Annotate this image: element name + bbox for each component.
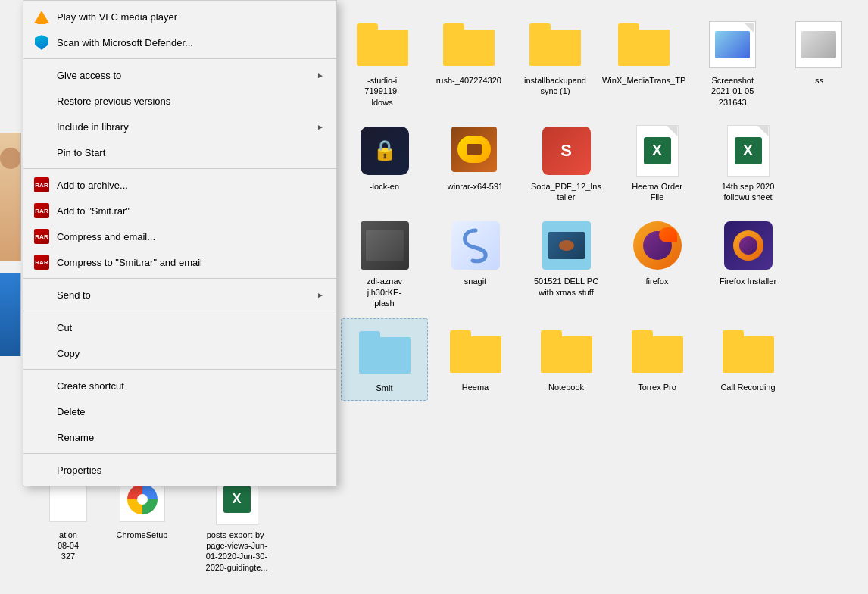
file-item-firefox[interactable]: firefox [614, 212, 701, 292]
firefox-icon [630, 218, 685, 273]
separator-1 [23, 58, 336, 59]
partial-left-label: ation08-04327 [58, 530, 79, 562]
snagit-label: snagit [464, 276, 486, 286]
file-item-rush[interactable]: rush-_407274320 [427, 11, 510, 92]
notebook-folder-icon [539, 324, 594, 379]
menu-item-add-smit[interactable]: RAR Add to "Smit.rar" [23, 198, 336, 224]
menu-item-rename-label: Rename [57, 432, 324, 443]
menu-item-include-library[interactable]: Include in library ► [23, 114, 336, 139]
file-item-screenshot-2021[interactable]: Screenshot2021-01-05231643 [692, 11, 774, 114]
torrex-folder-icon [630, 324, 685, 379]
menu-item-add-archive-label: Add to archive... [57, 180, 324, 191]
file-item-partial-top[interactable]: ss [778, 11, 860, 92]
file-row-4: Smit Heema Notebook Torrex Pro Call Reco [333, 314, 868, 400]
file-row-1: -studio-i7199119-ldows rush-_407274320 i… [333, 0, 868, 114]
menu-item-rename[interactable]: Rename [23, 424, 336, 450]
soda-pdf-label: Soda_PDF_12_Installer [531, 181, 601, 203]
site-partial [0, 273, 21, 356]
rename-icon [33, 428, 51, 446]
file-item-screenshot-nav[interactable]: zdi-aznavjlh30rKE-plash [341, 212, 428, 314]
firefox-installer-label: Firefox Installer [720, 276, 776, 286]
firefox-label: firefox [646, 276, 669, 286]
heema-order-label: Heema OrderFile [632, 181, 682, 203]
winx-label: WinX_MediaTrans_TP [602, 75, 685, 86]
submenu-arrow-send-to: ► [317, 291, 324, 299]
menu-item-include-library-label: Include in library [57, 121, 317, 133]
winrar-smit-icon: RAR [33, 202, 51, 220]
lock-en-label: -lock-en [370, 181, 399, 192]
screenshot-nav-label: zdi-aznavjlh30rKE-plash [367, 276, 402, 308]
separator-3 [23, 278, 336, 279]
firefox-installer-icon [721, 218, 776, 273]
menu-item-add-archive[interactable]: RAR Add to archive... [23, 172, 336, 198]
partial-top-label: ss [815, 75, 823, 86]
file-item-studio[interactable]: -studio-i7199119-ldows [341, 11, 423, 114]
heema-label: Heema [462, 382, 489, 392]
menu-item-pin-start-label: Pin to Start [57, 147, 324, 158]
screenshot-2021-label: Screenshot2021-01-05231643 [711, 75, 754, 108]
file-item-14th-sep[interactable]: X 14th sep 2020followu sheet [704, 117, 792, 209]
installbackup-label: installbackupandsync (1) [524, 75, 586, 97]
file-item-notebook[interactable]: Notebook [523, 318, 610, 399]
heema-folder-icon [448, 324, 503, 379]
menu-item-compress-smit-email[interactable]: RAR Compress to "Smit.rar" and email [23, 249, 336, 275]
menu-item-play-vlc[interactable]: Play with VLC media player [23, 4, 336, 30]
send-to-icon [33, 286, 51, 304]
file-item-snagit[interactable]: snagit [432, 212, 519, 292]
menu-item-compress-smit-email-label: Compress to "Smit.rar" and email [57, 257, 324, 268]
menu-item-restore-versions-label: Restore previous versions [57, 95, 324, 107]
winrar-compress-icon: RAR [33, 227, 51, 245]
menu-item-properties[interactable]: Properties [23, 457, 336, 483]
menu-item-send-to[interactable]: Send to ► [23, 282, 336, 308]
menu-item-give-access[interactable]: Give access to ► [23, 62, 336, 88]
menu-item-create-shortcut[interactable]: Create shortcut [23, 373, 336, 399]
menu-item-compress-email[interactable]: RAR Compress and email... [23, 224, 336, 249]
file-item-smit[interactable]: Smit [341, 318, 428, 400]
heema-order-icon: X [630, 123, 685, 178]
torrex-label: Torrex Pro [638, 382, 676, 392]
create-shortcut-icon [33, 377, 51, 395]
dell-pc-label: 501521 DELL PCwith xmas stuff [534, 276, 598, 298]
menu-item-delete-label: Delete [57, 406, 324, 417]
file-item-winrar[interactable]: winrar-x64-591 [432, 117, 519, 198]
menu-item-scan-defender[interactable]: Scan with Microsoft Defender... [23, 30, 336, 55]
menu-item-cut[interactable]: Cut [23, 314, 336, 340]
menu-item-copy[interactable]: Copy [23, 340, 336, 366]
menu-item-give-access-label: Give access to [57, 70, 317, 81]
file-item-heema[interactable]: Heema [432, 318, 519, 399]
winrar-add-icon: RAR [33, 176, 51, 194]
menu-item-properties-label: Properties [57, 464, 324, 476]
submenu-arrow-library: ► [317, 123, 324, 131]
properties-icon [33, 461, 51, 479]
winx-folder-icon [617, 17, 671, 72]
14th-sep-icon: X [721, 123, 776, 178]
menu-item-delete[interactable]: Delete [23, 399, 336, 424]
file-item-torrex[interactable]: Torrex Pro [614, 318, 701, 399]
menu-item-restore-versions[interactable]: Restore previous versions [23, 88, 336, 114]
file-item-winx[interactable]: WinX_MediaTrans_TP [601, 11, 688, 92]
separator-2 [23, 168, 336, 169]
studio-folder-icon [355, 17, 410, 72]
file-item-call-recording[interactable]: Call Recording [704, 318, 792, 399]
dell-pc-icon [539, 218, 594, 273]
file-item-installbackup[interactable]: installbackupandsync (1) [514, 11, 596, 103]
menu-item-create-shortcut-label: Create shortcut [57, 380, 324, 392]
menu-item-pin-start[interactable]: Pin to Start [23, 139, 336, 165]
copy-icon [33, 344, 51, 362]
context-menu: Play with VLC media player Scan with Mic… [23, 0, 337, 486]
winrar-compress-smit-icon: RAR [33, 253, 51, 271]
file-grid-area: -studio-i7199119-ldows rush-_407274320 i… [333, 0, 868, 594]
file-item-dell-pc[interactable]: 501521 DELL PCwith xmas stuff [523, 212, 610, 304]
include-library-icon [33, 117, 51, 136]
snagit-file-icon [448, 218, 503, 273]
menu-item-send-to-label: Send to [57, 289, 317, 301]
file-item-heema-order[interactable]: X Heema OrderFile [614, 117, 701, 209]
menu-item-play-vlc-label: Play with VLC media player [57, 11, 324, 23]
file-item-firefox-installer[interactable]: Firefox Installer [704, 212, 792, 292]
smit-folder-icon [358, 325, 412, 380]
menu-item-cut-label: Cut [57, 322, 324, 333]
winrar-icon [448, 123, 503, 178]
screenshot-nav-icon [358, 218, 412, 273]
file-item-soda-pdf[interactable]: S Soda_PDF_12_Installer [523, 117, 610, 209]
file-item-lock-en[interactable]: 🔒 -lock-en [341, 117, 428, 198]
